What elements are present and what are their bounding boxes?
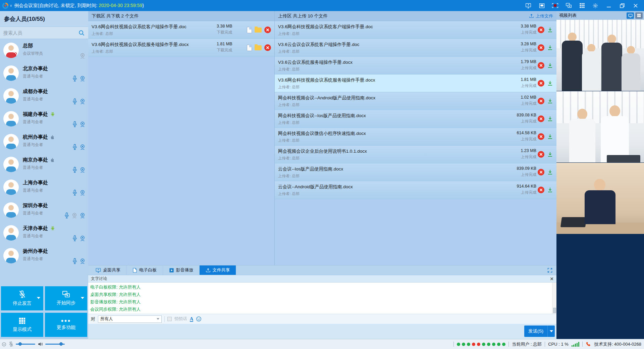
open-file-icon[interactable]	[247, 45, 252, 51]
upload-file-row[interactable]: 网会科技视频会议微信小程序快速指南.docx 上传者: 总部 614.58 KB…	[275, 128, 556, 146]
participant-row[interactable]: 上海办事处 普通与会者	[0, 176, 88, 199]
delete-icon[interactable]	[538, 115, 544, 122]
send-options-button[interactable]	[547, 326, 555, 337]
settings-icon[interactable]	[590, 2, 600, 10]
mic-icon[interactable]	[72, 98, 77, 105]
sync-screens-icon[interactable]	[564, 2, 574, 10]
participant-row[interactable]: 总部 会议管理员	[0, 39, 88, 62]
camera-icon[interactable]	[79, 258, 86, 264]
camera-icon[interactable]	[79, 167, 86, 173]
video-thumbnail[interactable]	[556, 91, 644, 163]
mic-icon[interactable]	[72, 144, 77, 150]
stop-speaking-button[interactable]: 停止发言	[1, 286, 43, 310]
mic-volume-slider[interactable]	[16, 344, 35, 345]
open-file-icon[interactable]	[247, 27, 252, 33]
delete-icon[interactable]	[538, 187, 544, 193]
download-icon[interactable]	[547, 27, 553, 33]
download-icon[interactable]	[547, 169, 553, 175]
participant-row[interactable]: 天津办事处 普通与会者	[0, 221, 88, 244]
camera-icon[interactable]	[79, 190, 86, 196]
open-folder-icon[interactable]	[255, 28, 262, 33]
upload-file-row[interactable]: 网会科技视频会议--Android版产品使用指南.docx 上传者: 总部 1.…	[275, 92, 556, 110]
download-icon[interactable]	[547, 151, 553, 157]
start-sync-button[interactable]: 开始同步	[45, 286, 87, 310]
apps-grid-icon[interactable]	[577, 2, 587, 10]
participant-row[interactable]: 福建办事处 普通与会者	[0, 107, 88, 130]
minimize-icon[interactable]	[604, 2, 614, 10]
mic-icon[interactable]	[72, 75, 77, 82]
download-icon[interactable]	[547, 80, 553, 86]
upload-file-row[interactable]: 网会视频会议企业后台使用说明书1.0.1.docx 上传者: 总部 1.23 M…	[275, 146, 556, 163]
speaker-icon[interactable]	[38, 342, 43, 347]
download-icon[interactable]	[547, 45, 553, 51]
dropdown-caret-icon[interactable]	[81, 297, 84, 299]
participant-row[interactable]: 扬州办事处 普通与会者	[0, 244, 88, 267]
delete-icon[interactable]	[538, 169, 544, 176]
download-icon[interactable]	[547, 187, 553, 193]
delete-icon[interactable]	[264, 44, 271, 51]
participant-row[interactable]: 南京办事处 普通与会者	[0, 153, 88, 176]
chat-close-icon[interactable]: ✕	[550, 277, 554, 281]
delete-icon[interactable]	[538, 27, 544, 33]
dropdown-caret-icon[interactable]	[37, 297, 40, 299]
mic-icon[interactable]	[72, 258, 77, 264]
camera-icon[interactable]	[79, 144, 86, 150]
message-compose-area[interactable]: 发送(S)	[88, 324, 556, 339]
upload-file-row[interactable]: 云会议--Android版产品使用指南.docx 上传者: 总部 914.64 …	[275, 181, 556, 199]
record-icon[interactable]	[550, 2, 560, 10]
participant-search[interactable]	[0, 27, 88, 39]
mic-icon[interactable]	[72, 121, 77, 128]
mic-icon[interactable]	[72, 166, 77, 173]
delete-icon[interactable]	[538, 133, 544, 140]
mic-muted-icon[interactable]	[9, 341, 13, 347]
tab-media-play[interactable]: 影音播放	[163, 265, 200, 275]
participant-row[interactable]: 北京办事处 普通与会者	[0, 62, 88, 85]
more-functions-button[interactable]: ••• 更多功能	[45, 313, 87, 337]
camera-icon[interactable]	[79, 98, 86, 105]
camera-icon[interactable]	[79, 235, 86, 242]
chat-scrollbar[interactable]	[552, 283, 556, 314]
mic-icon[interactable]	[72, 235, 77, 242]
upload-file-row[interactable]: V3.6云会议会议系统客户端操作手册.doc 上传者: 总部 3.28 MB 上…	[275, 39, 556, 57]
tab-file-share[interactable]: 文件共享	[200, 265, 236, 275]
mic-icon[interactable]	[72, 189, 77, 196]
video-thumbnail[interactable]	[556, 163, 644, 234]
tab-whiteboard[interactable]: 电子白板	[126, 265, 163, 275]
delete-icon[interactable]	[538, 151, 544, 158]
whisper-checkbox[interactable]	[167, 317, 172, 321]
search-icon[interactable]	[78, 30, 85, 36]
emoji-icon[interactable]	[196, 316, 202, 322]
upload-file-row[interactable]: 云会议--Ios版产品使用指南.docx 上传者: 总部 839.09 KB 上…	[275, 163, 556, 181]
upload-file-row[interactable]: V3.6云会议系统服务端操作手册.docx 上传者: 总部 1.79 MB 上传…	[275, 57, 556, 74]
open-folder-icon[interactable]	[255, 45, 262, 50]
upload-file-button[interactable]: 上传文件	[529, 13, 553, 19]
download-icon[interactable]	[547, 62, 553, 68]
display-mode-button[interactable]: 显示模式	[1, 313, 43, 337]
font-color-icon[interactable]: A	[190, 316, 194, 322]
screen-share-icon[interactable]	[523, 2, 533, 10]
close-icon[interactable]	[631, 2, 641, 10]
delete-icon[interactable]	[264, 27, 271, 33]
participant-row[interactable]: 深圳办事处 普通与会者	[0, 199, 88, 221]
camera-icon[interactable]	[79, 76, 86, 82]
video-thumbnail[interactable]	[556, 20, 644, 91]
video-layout-icon[interactable]	[635, 12, 643, 19]
download-icon[interactable]	[547, 116, 553, 122]
upload-file-row[interactable]: V3.6网会科技视频会议系统服务端操作手册.docx 上传者: 总部 1.81 …	[275, 74, 556, 92]
whiteboard-icon[interactable]	[537, 2, 547, 10]
delete-icon[interactable]	[538, 44, 544, 51]
camera-off-icon[interactable]	[71, 212, 77, 219]
download-icon[interactable]	[547, 98, 553, 104]
tab-desktop-share[interactable]: 桌面共享	[90, 265, 126, 275]
speaker-volume-slider[interactable]	[45, 344, 65, 345]
camera-icon[interactable]	[79, 121, 86, 128]
upload-file-row[interactable]: 网会科技视频会议--Ios版产品使用指南.docx 上传者: 总部 839.08…	[275, 110, 556, 128]
expand-icon[interactable]	[547, 268, 552, 273]
camera-off-icon[interactable]	[79, 53, 86, 59]
maximize-icon[interactable]	[617, 2, 627, 10]
delete-icon[interactable]	[538, 62, 544, 69]
participant-row[interactable]: 成都办事处 普通与会者	[0, 85, 88, 107]
camera-icon[interactable]	[79, 212, 86, 219]
download-icon[interactable]	[547, 134, 553, 140]
upload-file-row[interactable]: V3.6网会科技视频会议系统客户端操作手册.doc 上传者: 总部 3.38 M…	[275, 21, 556, 39]
